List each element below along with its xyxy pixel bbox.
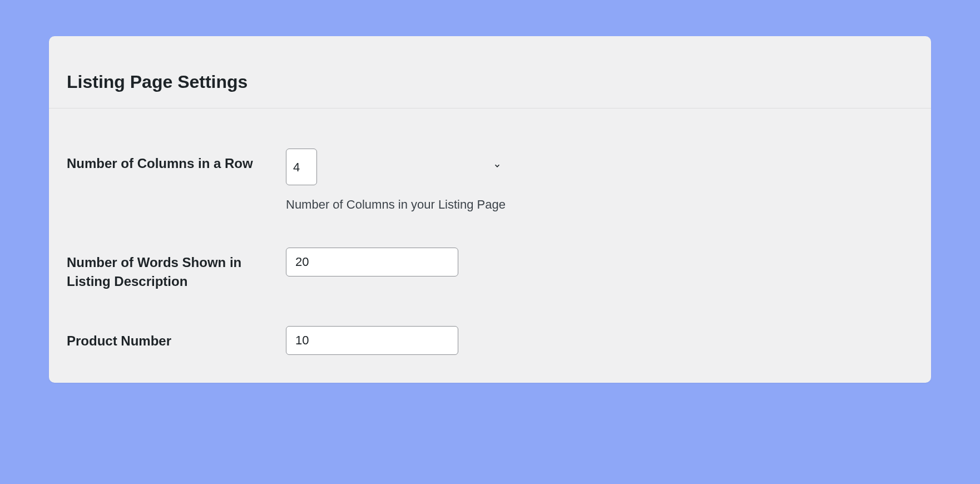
chevron-down-icon <box>493 162 501 172</box>
columns-select[interactable]: 4 <box>286 149 317 185</box>
product-number-row: Product Number <box>67 326 913 355</box>
product-number-label: Product Number <box>67 326 286 350</box>
columns-control-wrapper: 4 Number of Columns in your Listing Page <box>286 149 506 212</box>
panel-title: Listing Page Settings <box>49 54 931 108</box>
columns-help-text: Number of Columns in your Listing Page <box>286 197 506 212</box>
words-input[interactable] <box>286 248 458 276</box>
columns-label: Number of Columns in a Row <box>67 149 286 173</box>
listing-page-settings-panel: Listing Page Settings Number of Columns … <box>49 36 931 383</box>
words-label: Number of Words Shown in Listing Descrip… <box>67 248 286 290</box>
product-number-input[interactable] <box>286 326 458 355</box>
words-control-wrapper <box>286 248 458 276</box>
form-section: Number of Columns in a Row 4 Number of C… <box>49 108 931 355</box>
words-row: Number of Words Shown in Listing Descrip… <box>67 248 913 290</box>
columns-select-wrapper: 4 <box>286 149 506 185</box>
product-number-control-wrapper <box>286 326 458 355</box>
columns-row: Number of Columns in a Row 4 Number of C… <box>67 149 913 212</box>
